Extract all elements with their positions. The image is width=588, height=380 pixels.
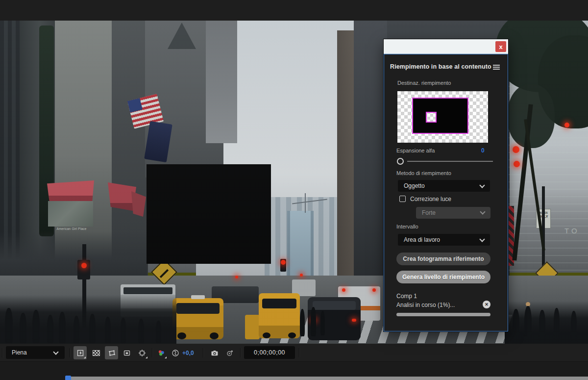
warning-sign-arrow: [160, 269, 169, 278]
close-icon[interactable]: x: [495, 41, 506, 52]
pedestrian-silhouette: [5, 308, 13, 343]
brake-light: [235, 276, 238, 279]
us-flag-canton: [127, 98, 143, 113]
pedestrian-silhouette: [59, 312, 66, 343]
transparency-grid-icon[interactable]: [90, 346, 103, 359]
chevron-down-icon: [479, 236, 485, 242]
pedestrian-silhouette: [47, 315, 53, 343]
exposure-adjust-value[interactable]: +0,0: [182, 350, 194, 356]
shop-window: [48, 201, 93, 227]
toolbar-divider: [70, 348, 70, 357]
wheel: [210, 332, 219, 339]
show-snapshot-icon[interactable]: [223, 346, 236, 359]
grid-guides-icon[interactable]: [135, 346, 148, 359]
cancel-analysis-icon[interactable]: ✕: [483, 301, 490, 308]
traffic-light-red: [513, 146, 519, 153]
lighting-strength-dropdown: Forte: [416, 207, 490, 219]
fill-target-label: Destinaz. riempimento: [397, 80, 451, 86]
timecode-field[interactable]: 0;00;00;00: [244, 346, 295, 359]
panel-titlebar[interactable]: x: [384, 39, 508, 54]
pedestrian-silhouette: [320, 311, 325, 335]
fast-previews-icon[interactable]: [74, 346, 87, 359]
viewer-toolbar: Piena +0,0: [0, 344, 588, 361]
chevron-down-icon: [53, 349, 58, 355]
channel-settings-icon[interactable]: [155, 346, 168, 359]
toolbar-divider: [240, 348, 241, 357]
range-label: Intervallo: [396, 224, 418, 229]
thumbnail-mask-shape: [412, 98, 468, 134]
fill-target-mask-region: [147, 164, 271, 264]
taxi-windshield: [262, 299, 296, 308]
wheel: [177, 332, 186, 339]
traffic-light-red: [564, 123, 569, 127]
toolbar-divider: [2, 348, 2, 357]
pedestrian-silhouette: [571, 311, 577, 340]
taxi-van: [259, 293, 300, 338]
analysis-progress-bar: [396, 313, 490, 316]
pedestrian-silhouette: [554, 308, 560, 339]
pedestrian-silhouette: [539, 310, 545, 340]
after-effects-window: American Girl Place TO BUSES ONLY ⤵ HP: [0, 0, 588, 380]
hamburger-menu-icon[interactable]: [493, 65, 500, 70]
panel-body: Riempimento in base al contenuto Destina…: [384, 54, 508, 331]
alpha-expansion-slider-track[interactable]: [407, 161, 493, 162]
traffic-light-red: [81, 263, 87, 268]
toolbar-divider: [203, 348, 203, 357]
red-awning: [47, 180, 94, 202]
bus-windows: [123, 287, 172, 294]
viewer-pasteboard-top: [0, 0, 588, 21]
ambulance-light: [372, 288, 376, 292]
wheel: [288, 332, 296, 338]
comp-name: Comp 1: [396, 293, 417, 300]
current-time-indicator[interactable]: [65, 376, 71, 380]
pedestrian-silhouette: [311, 307, 316, 336]
ambulance-light: [342, 288, 345, 292]
pedestrian-silhouette: [74, 316, 79, 343]
pedestrian-silhouette: [20, 313, 26, 343]
taxi-roof-sign: [191, 295, 205, 299]
mask-visibility-icon[interactable]: [105, 346, 118, 359]
pedestrian-silhouette: [32, 310, 40, 343]
alpha-expansion-value[interactable]: 0: [481, 147, 485, 154]
taxi-windows: [176, 303, 220, 314]
pedestrian-silhouette: [105, 317, 111, 343]
brake-light: [352, 319, 356, 322]
create-reference-frame-button[interactable]: Crea fotogramma riferimento: [396, 253, 490, 265]
fill-method-dropdown[interactable]: Oggetto: [397, 179, 490, 192]
chevron-down-icon: [480, 209, 485, 214]
pedestrian-silhouette: [524, 306, 532, 341]
range-dropdown[interactable]: Area di lavoro: [397, 233, 490, 246]
pedestrian-silhouette: [513, 309, 519, 341]
crane-mast: [305, 193, 306, 213]
magnification-value: Piena: [12, 349, 27, 356]
generate-fill-layer-button[interactable]: Genera livello di riempimento: [396, 271, 490, 283]
pedestrian-silhouette: [300, 309, 305, 336]
lighting-correction-checkbox[interactable]: [399, 196, 406, 202]
pedestrian-silhouette: [138, 319, 144, 343]
pedestrian-silhouette: [156, 321, 161, 343]
dropdown-triangle-icon: [165, 356, 167, 358]
chevron-down-icon: [479, 182, 485, 188]
reset-exposure-icon[interactable]: [170, 346, 181, 359]
alpha-expansion-slider-handle[interactable]: [397, 158, 404, 165]
wheel: [263, 332, 270, 338]
traffic-light-red: [281, 260, 286, 265]
analysis-status: Analisi in corso (1%)...: [396, 302, 455, 308]
timeline-edge-strip: [0, 361, 588, 380]
snapshot-camera-icon[interactable]: [208, 346, 221, 359]
building: [206, 21, 237, 143]
pedestrian-silhouette: [89, 314, 96, 343]
crowd-shadow: [0, 295, 176, 344]
lighting-correction-label: Correzione luce: [410, 196, 451, 203]
fill-method-value: Oggetto: [404, 182, 425, 189]
traffic-light-red: [514, 161, 520, 167]
toolbar-divider: [152, 348, 152, 357]
magnification-dropdown[interactable]: Piena: [6, 346, 65, 359]
store-sign-text: American Girl Place: [47, 227, 96, 230]
taxi: [245, 315, 260, 339]
region-of-interest-icon[interactable]: [120, 346, 133, 359]
panel-title: Riempimento in base al contenuto: [390, 63, 491, 70]
taxi: [172, 298, 223, 339]
fill-target-thumbnail: [397, 91, 488, 143]
timeline-ruler-bar[interactable]: [69, 377, 588, 380]
